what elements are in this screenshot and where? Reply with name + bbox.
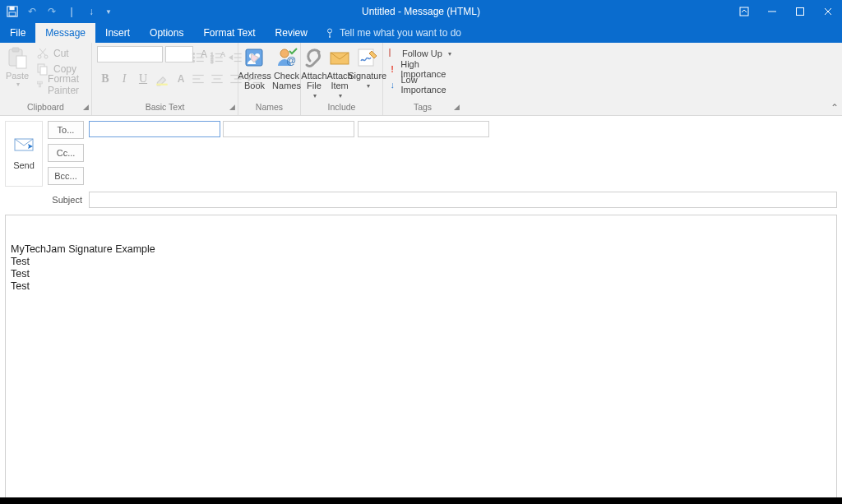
high-importance-icon: ! <box>388 64 396 74</box>
svg-point-27 <box>192 60 194 62</box>
svg-point-23 <box>192 53 194 54</box>
svg-point-25 <box>192 57 194 58</box>
tab-insert[interactable]: Insert <box>95 23 140 43</box>
font-name-input[interactable] <box>97 46 163 62</box>
group-tags: Follow Up▾ ! High Importance ↓ Low Impor… <box>383 43 462 115</box>
follow-up-caret-icon: ▾ <box>448 50 451 58</box>
send-label: Send <box>13 160 35 170</box>
save-icon[interactable] <box>7 6 18 17</box>
check-names-icon: @ <box>275 46 299 69</box>
tab-format-text[interactable]: Format Text <box>193 23 265 43</box>
tags-dialog-launcher-icon[interactable]: ◢ <box>454 103 460 111</box>
low-importance-label: Low Importance <box>401 75 458 95</box>
svg-rect-20 <box>38 82 43 85</box>
check-names-button[interactable]: @ Check Names <box>273 46 301 90</box>
subject-input[interactable] <box>89 192 837 208</box>
format-painter-button[interactable]: Format Painter <box>35 77 86 92</box>
to-button[interactable]: To... <box>48 121 84 139</box>
ribbon-tabs: File Message Insert Options Format Text … <box>0 23 842 43</box>
send-icon <box>14 138 34 154</box>
svg-rect-1 <box>10 7 15 10</box>
svg-line-17 <box>39 49 45 55</box>
svg-rect-19 <box>40 67 47 75</box>
maximize-icon[interactable] <box>786 0 814 23</box>
tab-file[interactable]: File <box>0 23 35 43</box>
qat-down-icon[interactable]: ↓ <box>86 6 97 17</box>
quick-access-toolbar: ↶ ↷ | ↓ ▼ <box>0 6 112 17</box>
attach-file-button[interactable]: Attach File▾ <box>301 46 326 99</box>
clipboard-dialog-launcher-icon[interactable]: ◢ <box>83 103 89 111</box>
close-icon[interactable] <box>814 0 842 23</box>
svg-point-14 <box>38 55 41 58</box>
tab-review[interactable]: Review <box>266 23 317 43</box>
signature-button[interactable]: Signature▾ <box>353 46 382 90</box>
clear-format-icon[interactable] <box>247 49 263 66</box>
attach-item-caret-icon: ▾ <box>339 92 342 99</box>
tab-options[interactable]: Options <box>140 23 193 43</box>
cut-button[interactable]: Cut <box>35 46 86 61</box>
title-bar: ↶ ↷ | ↓ ▼ Untitled - Message (HTML) <box>0 0 842 23</box>
tab-message[interactable]: Message <box>35 23 95 43</box>
signature-icon <box>355 46 380 69</box>
tell-me-label: Tell me what you want to do <box>340 27 461 39</box>
window-title: Untitled - Message (HTML) <box>0 6 842 17</box>
paste-button[interactable]: Paste ▾ <box>5 46 30 88</box>
signature-caret-icon: ▾ <box>367 82 370 90</box>
svg-text:@: @ <box>286 55 296 67</box>
svg-point-8 <box>327 29 331 33</box>
svg-text:3: 3 <box>210 59 213 64</box>
align-left-icon[interactable] <box>190 71 206 87</box>
cc-input[interactable] <box>223 121 354 137</box>
names-group-label: Names <box>238 102 300 115</box>
basic-text-group-label: Basic Text <box>146 102 185 112</box>
window-controls <box>730 0 842 23</box>
bcc-button[interactable]: Bcc... <box>48 167 84 185</box>
tell-me-search[interactable]: Tell me what you want to do <box>326 23 461 43</box>
svg-rect-21 <box>39 84 40 87</box>
compose-header: Send To... Cc... Bcc... <box>0 116 842 192</box>
minimize-icon[interactable] <box>758 0 786 23</box>
svg-rect-22 <box>156 84 168 86</box>
format-painter-icon <box>36 78 44 91</box>
svg-rect-2 <box>9 12 16 16</box>
italic-icon[interactable]: I <box>116 71 132 87</box>
cc-button[interactable]: Cc... <box>48 144 84 162</box>
paste-icon <box>5 46 30 71</box>
align-center-icon[interactable] <box>209 71 225 87</box>
low-importance-button[interactable]: ↓ Low Importance <box>388 77 457 92</box>
ribbon-display-icon[interactable] <box>730 0 758 23</box>
body-line: Test <box>11 256 831 268</box>
qat-sep-icon: | <box>66 6 77 17</box>
bold-icon[interactable]: B <box>97 71 113 87</box>
svg-rect-3 <box>740 7 748 16</box>
basic-text-dialog-launcher-icon[interactable]: ◢ <box>229 103 235 111</box>
group-basic-text: A A B I U A 123 <box>92 43 238 115</box>
redo-icon[interactable]: ↷ <box>46 6 58 17</box>
align-right-icon[interactable] <box>228 71 244 87</box>
flag-icon <box>388 48 398 59</box>
collapse-ribbon-icon[interactable]: ⌃ <box>830 102 839 113</box>
decrease-indent-icon[interactable] <box>228 49 244 66</box>
bcc-input[interactable] <box>358 121 489 137</box>
cut-label: Cut <box>53 48 69 59</box>
svg-rect-5 <box>797 8 804 16</box>
ribbon: Paste ▾ Cut Copy Format Painter Clipboar… <box>0 43 842 116</box>
increase-indent-icon[interactable] <box>247 71 263 87</box>
attach-file-caret-icon: ▾ <box>313 92 317 99</box>
bullets-icon[interactable] <box>190 49 206 66</box>
paste-label: Paste <box>6 71 29 81</box>
paste-caret-icon: ▾ <box>16 81 20 88</box>
message-body[interactable]: MyTechJam Signature Example Test Test Te… <box>5 215 837 504</box>
svg-point-10 <box>329 36 331 38</box>
highlight-icon[interactable] <box>154 71 170 87</box>
qat-customize-icon[interactable]: ▼ <box>105 8 112 16</box>
subject-row: Subject <box>0 192 842 211</box>
group-clipboard: Paste ▾ Cut Copy Format Painter Clipboar… <box>0 43 92 115</box>
numbering-icon[interactable]: 123 <box>209 49 225 66</box>
tags-group-label: Tags <box>414 102 432 112</box>
send-button[interactable]: Send <box>5 121 43 187</box>
undo-icon[interactable]: ↶ <box>26 6 38 17</box>
underline-icon[interactable]: U <box>135 71 151 87</box>
to-input[interactable] <box>89 121 220 137</box>
group-include: Attach File▾ Attach Item▾ Signature▾ Inc… <box>301 43 383 115</box>
